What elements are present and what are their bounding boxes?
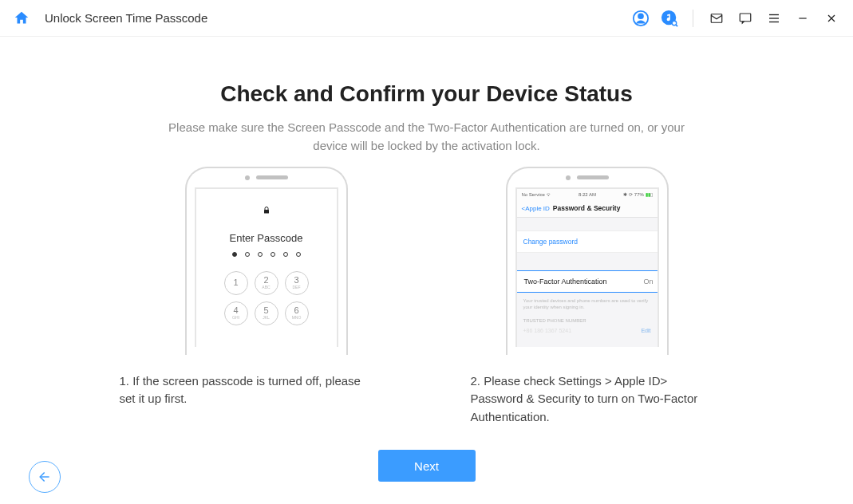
page-title: Unlock Screen Time Passcode	[45, 11, 632, 25]
minimize-icon[interactable]	[794, 10, 812, 27]
caption-1: 1. If the screen passcode is turned off,…	[120, 372, 367, 427]
passcode-dots	[196, 252, 337, 257]
titlebar: Unlock Screen Time Passcode	[0, 0, 853, 37]
trusted-row: +86 186 1367 5241 Edit	[517, 325, 658, 337]
keypad-4: 4GHI	[224, 301, 248, 325]
back-button[interactable]	[29, 461, 61, 493]
status-carrier: No Service ᯤ	[522, 192, 551, 197]
keypad-3: 3DEF	[285, 271, 309, 295]
feedback-icon[interactable]	[737, 10, 754, 27]
tfa-note: Your trusted devices and phone numbers a…	[517, 293, 658, 316]
two-factor-row: Two-Factor Authentication On	[515, 270, 659, 293]
nav-title: Password & Security	[553, 204, 621, 212]
nav-bar: <Apple ID Password & Security	[517, 200, 658, 218]
svg-point-1	[638, 14, 643, 18]
main-content: Check and Confirm your Device Status Ple…	[0, 37, 853, 482]
keypad: 1 2ABC 3DEF 4GHI 5JKL 6MNO	[196, 271, 337, 325]
next-button[interactable]: Next	[378, 450, 476, 482]
edit-link: Edit	[641, 328, 650, 333]
subtitle-line-2: device will be locked by the activation …	[313, 139, 539, 152]
svg-rect-13	[264, 210, 269, 214]
subtitle: Please make sure the Screen Passcode and…	[0, 118, 853, 156]
phone-camera-dot	[245, 175, 250, 180]
titlebar-actions	[632, 10, 840, 27]
phone-top	[187, 168, 346, 187]
phone-speaker	[577, 175, 609, 179]
wifi-icon: ᯤ	[547, 192, 551, 197]
mail-icon[interactable]	[708, 10, 725, 27]
illustration-passcode-phone: Enter Passcode 1 2ABC 3DEF 4GHI 5JKL 6MN…	[185, 167, 348, 355]
phone-screen-tfa: No Service ᯤ 8:22 AM ✱ ⟳ 77% ▮▮▯ <Apple …	[515, 187, 659, 347]
phone-top	[507, 168, 667, 187]
nav-back: <Apple ID	[522, 205, 550, 212]
keypad-1: 1	[224, 271, 248, 295]
keypad-2: 2ABC	[255, 271, 278, 295]
trusted-number: +86 186 1367 5241	[523, 328, 572, 333]
titlebar-divider	[693, 10, 693, 27]
tfa-label: Two-Factor Authentication	[524, 278, 607, 285]
trusted-header: TRUSTED PHONE NUMBER	[517, 315, 658, 325]
music-search-icon[interactable]	[661, 10, 678, 27]
enter-passcode-label: Enter Passcode	[196, 232, 337, 244]
lock-icon	[196, 205, 337, 218]
tfa-state: On	[643, 278, 653, 285]
change-password-row: Change password	[517, 230, 658, 253]
phone-speaker	[256, 175, 288, 179]
status-bar: No Service ᯤ 8:22 AM ✱ ⟳ 77% ▮▮▯	[517, 189, 658, 200]
svg-rect-5	[711, 14, 722, 22]
keypad-6: 6MNO	[285, 301, 309, 325]
caption-2: 2. Please check Settings > Apple ID> Pas…	[471, 372, 718, 427]
subtitle-line-1: Please make sure the Screen Passcode and…	[168, 120, 685, 134]
svg-line-4	[676, 24, 677, 26]
home-icon[interactable]	[13, 10, 30, 27]
svg-point-3	[672, 21, 677, 26]
illustrations: Enter Passcode 1 2ABC 3DEF 4GHI 5JKL 6MN…	[0, 167, 853, 355]
keypad-5: 5JKL	[255, 301, 278, 325]
status-time: 8:22 AM	[579, 192, 596, 197]
phone-screen-passcode: Enter Passcode 1 2ABC 3DEF 4GHI 5JKL 6MN…	[195, 187, 338, 347]
account-icon[interactable]	[632, 10, 650, 27]
heading: Check and Confirm your Device Status	[0, 81, 853, 107]
svg-rect-6	[740, 14, 751, 22]
phone-camera-dot	[566, 175, 571, 180]
status-battery: ✱ ⟳ 77% ▮▮▯	[623, 191, 652, 197]
illustration-tfa-phone: No Service ᯤ 8:22 AM ✱ ⟳ 77% ▮▮▯ <Apple …	[506, 167, 669, 355]
captions: 1. If the screen passcode is turned off,…	[0, 372, 853, 427]
close-icon[interactable]	[823, 10, 840, 27]
menu-icon[interactable]	[765, 10, 783, 27]
